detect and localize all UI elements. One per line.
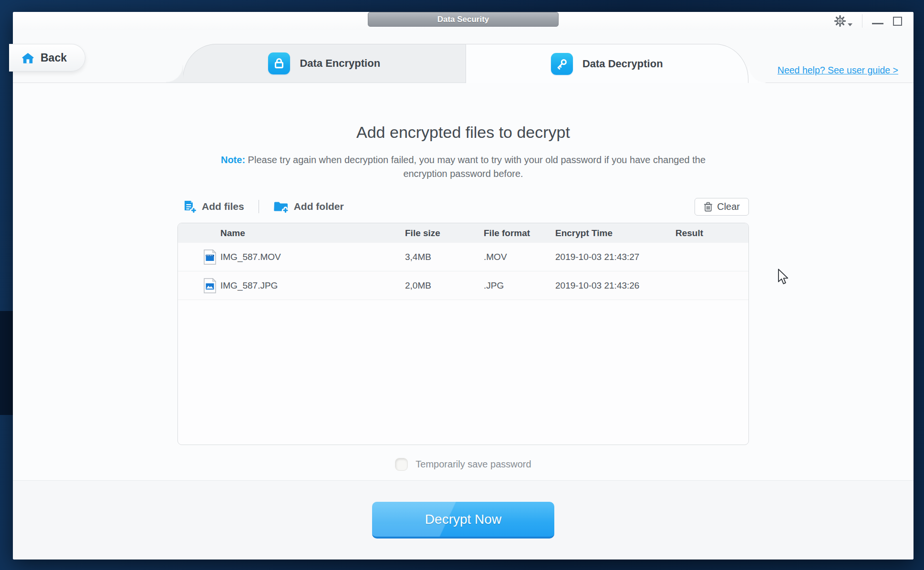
note-text: Note: Please try again when decryption f… (203, 153, 723, 181)
file-name: IMG_587.MOV (220, 252, 281, 262)
file-format: .JPG (484, 280, 555, 291)
lock-icon (268, 52, 290, 74)
toolbar-divider (259, 200, 259, 213)
tab-data-decryption[interactable]: Data Decryption (466, 44, 749, 83)
file-size: 3,4MB (405, 252, 484, 262)
app-window: Data Security (13, 12, 914, 560)
decrypt-now-button[interactable]: Decrypt Now (372, 502, 554, 539)
caret-down-icon (848, 23, 852, 26)
trash-icon (704, 202, 713, 212)
table-row[interactable]: IMG_587.MOV 3,4MB .MOV 2019-10-03 21:43:… (178, 243, 748, 271)
add-folder-button[interactable]: Add folder (273, 199, 344, 214)
app-footer: Decrypt Now (13, 480, 914, 560)
column-header-size: File size (405, 228, 484, 238)
controls-divider (862, 14, 862, 28)
add-files-button[interactable]: Add files (182, 199, 244, 214)
tab-label: Data Decryption (582, 58, 663, 70)
maximize-button[interactable] (893, 17, 902, 26)
encrypt-time: 2019-10-03 21:43:27 (555, 252, 675, 262)
save-password-checkbox[interactable] (395, 458, 408, 471)
tab-label: Data Encryption (300, 57, 380, 70)
column-header-time: Encrypt Time (555, 228, 675, 238)
column-header-format: File format (484, 228, 555, 238)
back-button[interactable]: Back (9, 44, 85, 72)
clear-button-label: Clear (717, 201, 740, 212)
add-files-label: Add files (202, 201, 244, 212)
add-folder-icon (273, 199, 289, 214)
back-button-label: Back (41, 52, 67, 64)
settings-menu-button[interactable] (834, 15, 852, 27)
titlebar: Data Security (13, 12, 914, 30)
image-file-icon (204, 278, 216, 293)
tab-bar: Data Encryption Data Decryption (183, 44, 748, 83)
key-icon (551, 53, 573, 75)
main-content: Add encrypted files to decrypt Note: Ple… (13, 83, 914, 480)
add-folder-label: Add folder (294, 201, 344, 212)
table-row[interactable]: IMG_587.JPG 2,0MB .JPG 2019-10-03 21:43:… (178, 271, 748, 300)
add-file-icon (182, 199, 197, 214)
minimize-button[interactable] (872, 23, 883, 24)
clear-button[interactable]: Clear (695, 198, 749, 216)
save-password-label: Temporarily save password (415, 459, 531, 470)
encrypt-time: 2019-10-03 21:43:26 (555, 280, 675, 291)
desktop-wallpaper-band (0, 311, 14, 415)
video-file-icon (204, 249, 216, 265)
gear-icon (834, 15, 846, 27)
save-password-row: Temporarily save password (13, 458, 914, 471)
user-guide-link[interactable]: Need help? See user guide > (778, 65, 898, 76)
window-title: Data Security (368, 12, 559, 27)
column-header-name: Name (178, 228, 405, 238)
home-icon (21, 52, 34, 64)
table-header: Name File size File format Encrypt Time … (178, 223, 748, 243)
file-table: Name File size File format Encrypt Time … (177, 223, 749, 445)
decrypt-now-label: Decrypt Now (425, 512, 501, 527)
page-title: Add encrypted files to decrypt (13, 123, 914, 142)
file-name: IMG_587.JPG (220, 280, 278, 291)
note-label: Note: (221, 155, 245, 165)
file-format: .MOV (484, 252, 555, 262)
tab-data-encryption[interactable]: Data Encryption (183, 44, 466, 83)
toolbar: Add files Add folder (177, 197, 749, 216)
app-header: Back Data Encryption (13, 30, 914, 83)
column-header-result: Result (675, 228, 748, 238)
file-size: 2,0MB (405, 280, 484, 291)
